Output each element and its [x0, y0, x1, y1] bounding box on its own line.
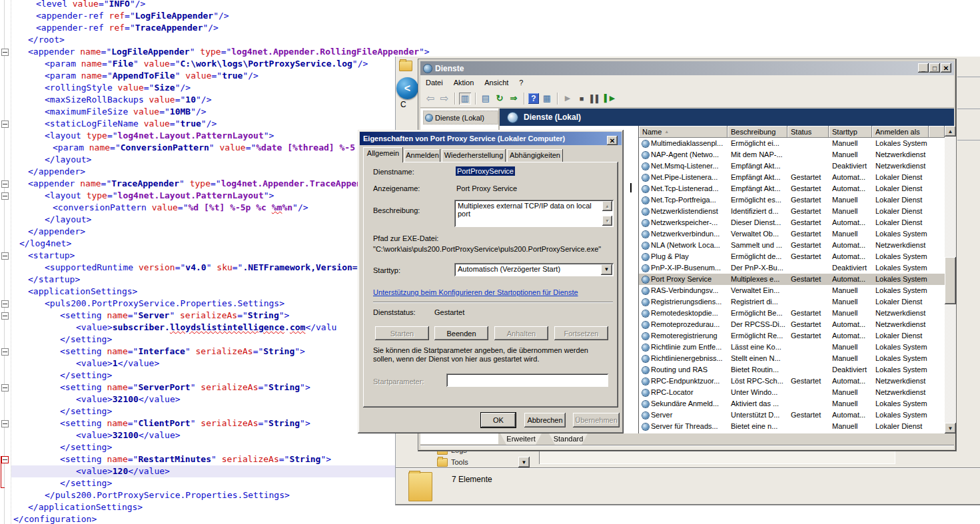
table-row[interactable]: Netzwerkverbindun...Verwaltet Ob...Gesta… — [639, 228, 945, 240]
scroll-down-icon[interactable]: ▼ — [602, 216, 612, 226]
scrollbar-thumb[interactable] — [945, 257, 956, 304]
vertical-scrollbar[interactable]: ▲ ▼ — [945, 126, 956, 433]
table-row[interactable]: Sekundäre Anmeld...Aktiviert das ...Manu… — [639, 398, 945, 409]
menu-aktion[interactable]: Aktion — [448, 77, 480, 88]
table-row[interactable]: Net.Tcp-Portfreiga...Ermöglicht es...Ges… — [639, 194, 945, 206]
column-header-anmeldenals[interactable]: Anmelden als — [872, 126, 929, 138]
table-row[interactable]: Routing und RASBietet Routin...Deaktivie… — [639, 364, 945, 376]
dialog-titlebar[interactable]: Eigenschaften von Port Proxy Service (Lo… — [360, 132, 622, 145]
fold-toggle-icon[interactable] — [1, 300, 9, 308]
tab-abhaengigkeiten[interactable]: Abhängigkeiten — [507, 149, 563, 162]
abbrechen-button[interactable]: Abbrechen — [524, 413, 566, 427]
tab-standard[interactable]: Standard — [549, 433, 588, 445]
table-row[interactable]: RPC-Endpunktzuor...Löst RPC-Sch...Gestar… — [639, 376, 945, 387]
table-row[interactable]: Net.Pipe-Listenera...Empfängt Akt...Gest… — [639, 172, 945, 183]
column-header-starttyp[interactable]: Starttyp — [829, 126, 872, 138]
table-row[interactable]: Remotedesktopdie...Ermöglicht Be...Gesta… — [639, 308, 945, 319]
cell: Server für Threads... — [639, 421, 728, 432]
column-header-beschreibung[interactable]: Beschreibung — [728, 126, 787, 138]
cell: Verwaltet Ob... — [728, 228, 787, 240]
fold-toggle-icon[interactable] — [1, 192, 9, 200]
tab-anmelden[interactable]: Anmelden — [404, 149, 440, 162]
ok-button[interactable]: OK — [481, 413, 516, 427]
cell: Aktiviert das ... — [728, 398, 787, 409]
table-row[interactable]: Richtlinienergebniss...Stellt einen N...… — [639, 353, 945, 364]
menu-hilfe[interactable]: ? — [514, 77, 528, 88]
fold-toggle-icon[interactable] — [1, 348, 9, 356]
close-icon[interactable]: ✕ — [607, 136, 618, 145]
startoptionen-link[interactable]: Unterstützung beim Konfigurieren der Sta… — [373, 288, 578, 296]
status-bar — [420, 445, 954, 449]
table-row[interactable]: Multimediaklassenpl...Ermöglicht ei...Ma… — [639, 138, 945, 149]
table-row[interactable]: ServerUnterstützt D...GestartetAutomat..… — [639, 409, 945, 421]
starttyp-select[interactable]: Automatisch (Verzögerter Start) ▼ — [454, 263, 614, 276]
close-button[interactable]: ✕ — [941, 63, 951, 73]
table-row[interactable]: NAP-Agent (Netwo...Mit dem NAP-...Manuel… — [639, 149, 945, 160]
menu-ansicht[interactable]: Ansicht — [479, 77, 514, 88]
fold-toggle-icon[interactable] — [1, 384, 9, 392]
tab-allgemein[interactable]: Allgemein — [363, 147, 403, 162]
sidebar-item-dienste-lokal[interactable]: Dienste (Lokal) — [423, 111, 498, 125]
dienste-titlebar[interactable]: Dienste _ □ ✕ — [420, 61, 954, 75]
pause-service-button[interactable]: ▌▌ — [590, 93, 602, 105]
fold-toggle-icon[interactable] — [1, 252, 9, 260]
cell: Gestartet — [787, 308, 829, 319]
column-header-name[interactable]: Name▲ — [639, 126, 728, 138]
start-service-button[interactable]: ▶ — [562, 93, 574, 105]
table-row[interactable]: Netzwerkspeicher-...Dieser Dienst...Gest… — [639, 217, 945, 228]
back-button[interactable]: ⇦ — [424, 93, 436, 105]
table-row[interactable]: PnP-X-IP-Busenum...Der PnP-X-Bu...Deakti… — [639, 262, 945, 274]
cell: Gestartet — [787, 409, 829, 421]
forward-button[interactable]: ⇨ — [438, 93, 450, 105]
cell: Lokaler Dienst — [872, 194, 929, 206]
folder-tree-item[interactable]: Tools — [437, 457, 468, 467]
table-row[interactable]: RemoteregistrierungErmöglicht Re...Gesta… — [639, 330, 945, 342]
stop-service-button[interactable]: ■ — [576, 93, 588, 105]
properties-button[interactable]: ▤ — [480, 93, 492, 105]
column-header-status[interactable]: Status — [787, 126, 829, 138]
extended-view-button[interactable]: ▦ — [541, 93, 553, 105]
chevron-down-icon[interactable]: ▼ — [601, 264, 612, 275]
maximize-button[interactable]: □ — [929, 63, 940, 73]
cell: Port Proxy Service — [639, 274, 728, 285]
startparameter-input[interactable] — [446, 374, 608, 387]
show-console-tree-button[interactable]: ▥ — [459, 93, 471, 105]
fold-toggle-icon[interactable] — [1, 49, 9, 56]
table-row[interactable]: Remoteprozedurau...Der RPCSS-Di...Gestar… — [639, 319, 945, 330]
beschreibung-textbox[interactable]: Multiplexes external TCP/IP data on loca… — [454, 200, 614, 227]
scroll-up-button[interactable]: ▲ — [945, 126, 956, 136]
restart-service-button[interactable]: ▌▶ — [604, 93, 616, 105]
fold-toggle-icon[interactable] — [1, 121, 9, 128]
cell: Sekundäre Anmeld... — [639, 398, 728, 409]
refresh-button[interactable]: ↻ — [494, 93, 506, 105]
fold-toggle-icon[interactable] — [1, 420, 9, 427]
table-row[interactable]: RAS-Verbindungsv...Verwaltet Ein...Manue… — [639, 285, 945, 296]
menu-datei[interactable]: Datei — [420, 77, 448, 88]
fold-toggle-icon[interactable] — [1, 180, 9, 188]
table-row[interactable]: Port Proxy ServiceMultiplexes e...Gestar… — [639, 274, 945, 285]
minimize-button[interactable]: _ — [918, 63, 929, 73]
table-row[interactable]: Net.Tcp-Listenerad...Empfängt Akt...Gest… — [639, 183, 945, 194]
table-row[interactable]: Registrierungsdiens...Registriert di...M… — [639, 296, 945, 308]
table-row[interactable]: Richtlinie zum Entfe...Lässt eine Ko...M… — [639, 342, 945, 353]
table-row[interactable]: NetzwerklistendienstIdentifiziert d...Ge… — [639, 206, 945, 217]
beenden-button[interactable]: Beenden — [434, 326, 488, 340]
pfad-value: "C:\work\ais\puls200.PortProxyService\pu… — [373, 245, 601, 253]
back-button[interactable]: < — [396, 77, 418, 99]
scroll-down-button[interactable]: ▼ — [945, 423, 956, 433]
table-row[interactable]: NLA (Network Loca...Sammelt und ...Gesta… — [639, 240, 945, 251]
dienstname-label: Dienstname: — [373, 168, 414, 176]
help-button[interactable]: ? — [528, 93, 539, 104]
table-row[interactable]: Net.Msmq-Listener...Empfängt Akt...Deakt… — [639, 160, 945, 172]
fold-toggle-icon[interactable] — [1, 312, 9, 320]
scroll-up-icon[interactable]: ▲ — [602, 201, 612, 211]
dropdown-button[interactable]: ▼ — [518, 457, 530, 467]
tab-wiederherstellung[interactable]: Wiederherstellung — [442, 149, 506, 162]
dienstname-value[interactable]: PortProxyService — [456, 166, 515, 176]
tab-erweitert[interactable]: Erweitert — [500, 433, 542, 445]
export-list-button[interactable]: ⇒ — [508, 93, 520, 105]
table-row[interactable]: RPC-LocatorUnter Windo...ManuellNetzwerk… — [639, 387, 945, 398]
table-row[interactable]: Plug & PlayErmöglicht de...GestartetAuto… — [639, 251, 945, 262]
table-row[interactable]: Server für Threads...Bietet eine n...Man… — [639, 421, 945, 432]
fold-toggle-icon[interactable] — [1, 456, 9, 463]
